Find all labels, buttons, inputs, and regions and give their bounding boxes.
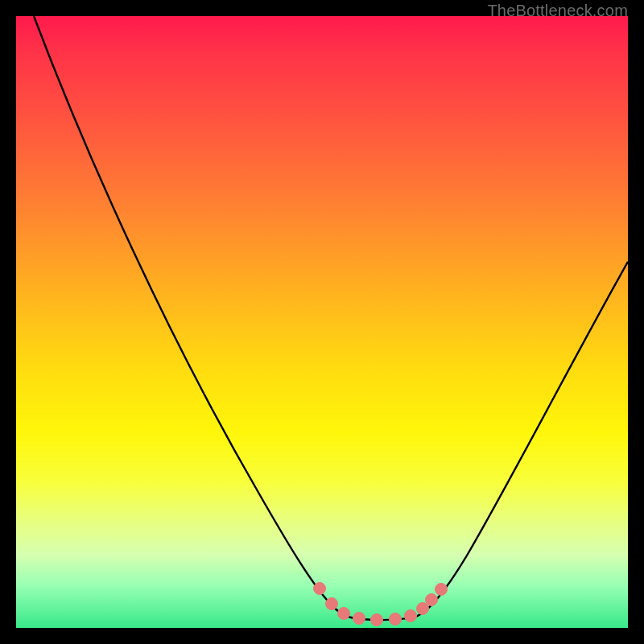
bottleneck-curve-right bbox=[414, 262, 628, 617]
marker-dot bbox=[338, 608, 350, 620]
plot-area bbox=[16, 16, 628, 628]
marker-dot bbox=[314, 583, 326, 595]
marker-dot bbox=[326, 598, 338, 610]
marker-dot bbox=[417, 603, 429, 615]
chart-svg bbox=[16, 16, 628, 628]
curve-group bbox=[34, 16, 628, 620]
chart-frame: TheBottleneck.com bbox=[0, 0, 644, 644]
marker-dot bbox=[405, 610, 417, 622]
marker-group bbox=[314, 583, 448, 626]
marker-dot bbox=[371, 614, 383, 626]
marker-dot bbox=[353, 613, 365, 625]
marker-dot bbox=[426, 594, 438, 606]
marker-dot bbox=[390, 613, 402, 625]
bottleneck-curve-left bbox=[34, 16, 354, 618]
marker-dot bbox=[436, 584, 448, 596]
